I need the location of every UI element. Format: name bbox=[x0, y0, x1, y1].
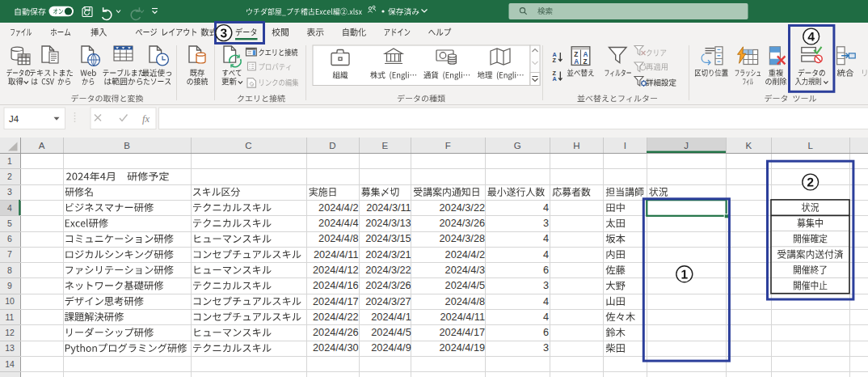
svg-text:3: 3 bbox=[7, 187, 12, 197]
svg-text:G: G bbox=[514, 141, 521, 150]
svg-text:2024/3/13: 2024/3/13 bbox=[365, 218, 411, 229]
svg-text:F: F bbox=[445, 141, 451, 150]
svg-text:9: 9 bbox=[7, 281, 12, 290]
svg-text:2024/3/11: 2024/3/11 bbox=[366, 202, 411, 214]
svg-text:Z: Z bbox=[553, 57, 557, 64]
svg-text:K: K bbox=[745, 141, 752, 150]
svg-text:H: H bbox=[573, 141, 579, 150]
svg-text:6: 6 bbox=[543, 265, 549, 276]
svg-text:11: 11 bbox=[6, 312, 15, 322]
svg-text:4: 4 bbox=[543, 233, 549, 244]
svg-text:2024/4/8: 2024/4/8 bbox=[445, 296, 485, 307]
svg-text:2024/4/16: 2024/4/16 bbox=[313, 280, 358, 291]
svg-text:14: 14 bbox=[5, 359, 15, 369]
svg-text:2024/3/15: 2024/3/15 bbox=[365, 233, 411, 244]
svg-text:D: D bbox=[329, 141, 335, 150]
svg-text:7: 7 bbox=[7, 249, 12, 259]
svg-text:2024/4/5: 2024/4/5 bbox=[445, 280, 485, 291]
svg-text:C: C bbox=[245, 141, 251, 150]
svg-text:12: 12 bbox=[5, 328, 15, 337]
svg-text:3: 3 bbox=[543, 280, 549, 291]
svg-text:5: 5 bbox=[7, 218, 12, 228]
svg-text:2024/3/26: 2024/3/26 bbox=[365, 280, 411, 291]
svg-text:2024/4/1: 2024/4/1 bbox=[371, 311, 411, 323]
svg-text:3: 3 bbox=[543, 342, 549, 354]
svg-text:2024/3/21: 2024/3/21 bbox=[365, 249, 411, 261]
svg-text:B: B bbox=[124, 141, 130, 150]
svg-text:8: 8 bbox=[7, 265, 12, 275]
svg-text:10: 10 bbox=[5, 296, 15, 306]
svg-text:4: 4 bbox=[543, 311, 549, 323]
svg-text:2024/4/17: 2024/4/17 bbox=[440, 327, 485, 338]
svg-text:2024/4/2: 2024/4/2 bbox=[445, 249, 485, 261]
svg-text:2024/3/27: 2024/3/27 bbox=[365, 296, 411, 307]
svg-text:2024/3/26: 2024/3/26 bbox=[440, 218, 485, 229]
svg-text:A: A bbox=[574, 58, 579, 66]
svg-text:6: 6 bbox=[7, 234, 12, 244]
svg-text:2024/4/17: 2024/4/17 bbox=[313, 296, 358, 307]
svg-text:2024/4/30: 2024/4/30 bbox=[313, 342, 358, 354]
svg-text:A: A bbox=[39, 141, 45, 150]
svg-text:6: 6 bbox=[543, 327, 549, 338]
svg-text:4: 4 bbox=[7, 203, 12, 213]
svg-text:E: E bbox=[381, 141, 388, 150]
svg-text:I: I bbox=[624, 141, 626, 150]
svg-text:2024/3/28: 2024/3/28 bbox=[440, 233, 485, 244]
svg-text:4: 4 bbox=[543, 202, 549, 214]
svg-text:2024/4/2: 2024/4/2 bbox=[318, 202, 358, 214]
svg-text:2024/3/22: 2024/3/22 bbox=[365, 265, 411, 276]
svg-text:fx: fx bbox=[142, 113, 150, 125]
svg-text:J4: J4 bbox=[9, 114, 19, 124]
svg-text:2024/4/26: 2024/4/26 bbox=[313, 327, 358, 338]
svg-text:2024/3/22: 2024/3/22 bbox=[440, 202, 485, 214]
svg-text:3: 3 bbox=[543, 218, 549, 229]
svg-text:2: 2 bbox=[7, 172, 12, 181]
svg-text:2024/4/8: 2024/4/8 bbox=[318, 233, 358, 244]
svg-text:2024/4/11: 2024/4/11 bbox=[440, 311, 485, 323]
svg-text:4: 4 bbox=[543, 249, 549, 261]
svg-text:4: 4 bbox=[543, 296, 549, 307]
svg-text:Z: Z bbox=[583, 58, 587, 66]
svg-text:2024/4/3: 2024/4/3 bbox=[445, 265, 485, 276]
svg-text:J: J bbox=[684, 141, 689, 150]
svg-text:13: 13 bbox=[5, 343, 15, 353]
svg-text:L: L bbox=[808, 141, 814, 150]
svg-text:2024/4/5: 2024/4/5 bbox=[371, 327, 411, 338]
svg-text:2024/4/9: 2024/4/9 bbox=[371, 342, 411, 354]
svg-text:2024/4/19: 2024/4/19 bbox=[440, 342, 485, 354]
svg-text:2024/4/11: 2024/4/11 bbox=[314, 249, 359, 261]
svg-text:1: 1 bbox=[7, 156, 12, 166]
svg-text:2024/4/4: 2024/4/4 bbox=[318, 218, 358, 229]
svg-text:2024/4/12: 2024/4/12 bbox=[313, 265, 358, 276]
svg-text:2024/4/22: 2024/4/22 bbox=[313, 311, 358, 323]
svg-text:A: A bbox=[553, 75, 557, 83]
